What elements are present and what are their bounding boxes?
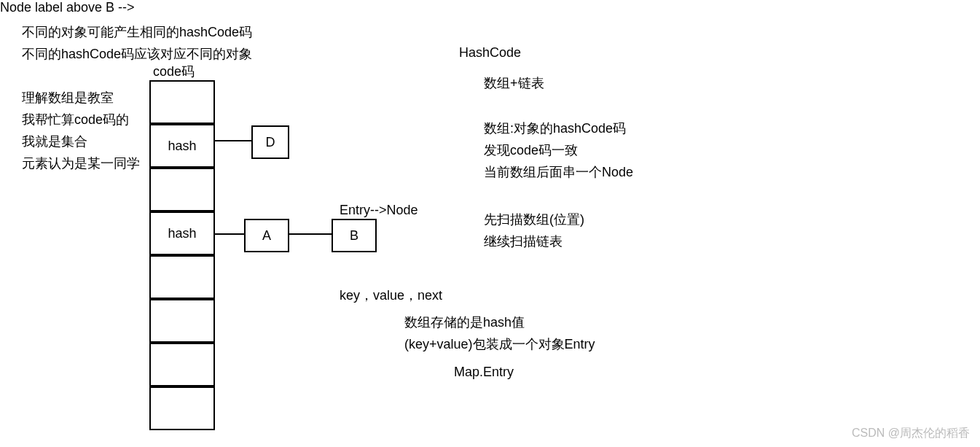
- node-d-label: D: [266, 135, 275, 150]
- array-cell-0: [149, 80, 215, 124]
- array-cell-1: hash: [149, 124, 215, 168]
- array-cell-5: [149, 299, 215, 343]
- right-note-5: 先扫描数组(位置): [484, 211, 584, 228]
- array-cell-7: [149, 386, 215, 430]
- link-line: [289, 233, 332, 235]
- left-note-2: 我帮忙算code码的: [22, 111, 129, 128]
- header-line-1: 不同的对象可能产生相同的hashCode码: [22, 23, 252, 41]
- right-note-6: 继续扫描链表: [484, 233, 562, 250]
- array-cell-4: [149, 255, 215, 299]
- node-d: D: [251, 125, 289, 159]
- left-note-1: 理解数组是教室: [22, 89, 114, 106]
- right-title: HashCode: [459, 45, 521, 61]
- node-b: B: [332, 219, 377, 252]
- kv-label: key，value，next: [340, 287, 442, 304]
- node-a-label: A: [262, 228, 271, 244]
- watermark: CSDN @周杰伦的稻香: [852, 426, 970, 441]
- link-line: [215, 233, 244, 235]
- bottom-note-3: Map.Entry: [454, 365, 514, 380]
- bottom-note-2: (key+value)包装成一个对象Entry: [404, 335, 595, 353]
- right-note-3: 发现code码一致: [484, 141, 578, 159]
- left-note-4: 元素认为是某一同学: [22, 155, 140, 172]
- right-note-1: 数组+链表: [484, 74, 544, 92]
- node-a: A: [244, 219, 289, 252]
- array-cell-label: hash: [168, 226, 196, 241]
- array-cell-label: hash: [168, 139, 196, 154]
- array-title: code码: [153, 63, 195, 80]
- array-cell-6: [149, 343, 215, 386]
- right-note-2: 数组:对象的hashCode码: [484, 120, 626, 137]
- bottom-note-1: 数组存储的是hash值: [404, 314, 525, 331]
- array-cell-2: [149, 168, 215, 211]
- left-note-3: 我就是集合: [22, 133, 87, 150]
- link-line: [215, 140, 251, 141]
- node-b-label: B: [350, 228, 358, 244]
- right-note-4: 当前数组后面串一个Node: [484, 163, 633, 181]
- entry-node-label: Entry-->Node: [340, 203, 418, 218]
- array-cell-3: hash: [149, 211, 215, 255]
- header-line-2: 不同的hashCode码应该对应不同的对象: [22, 45, 252, 63]
